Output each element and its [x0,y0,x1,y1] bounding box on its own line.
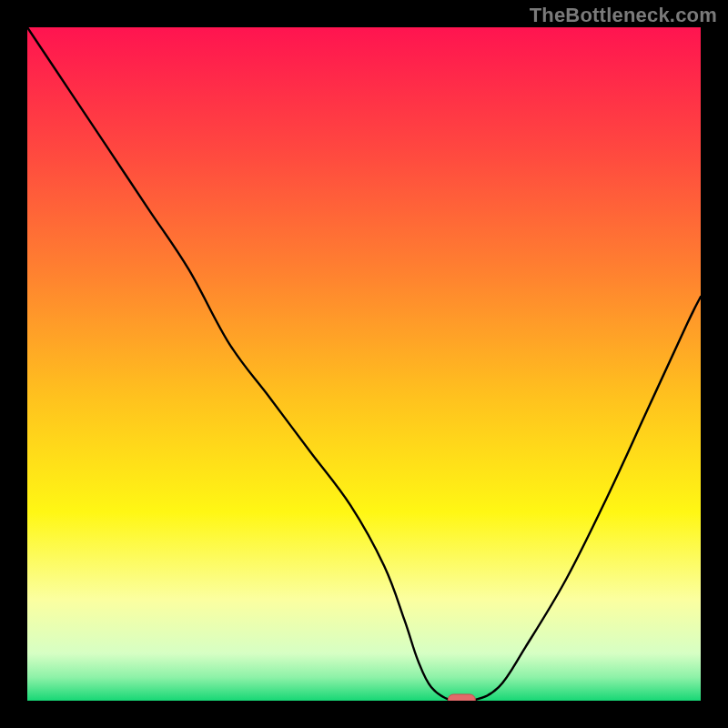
chart-background [27,27,701,701]
chart-frame: TheBottleneck.com [0,0,728,728]
bottleneck-chart-svg [27,27,701,701]
plot-area [27,27,701,701]
watermark-text: TheBottleneck.com [530,4,717,27]
optimal-point-marker [448,694,475,701]
